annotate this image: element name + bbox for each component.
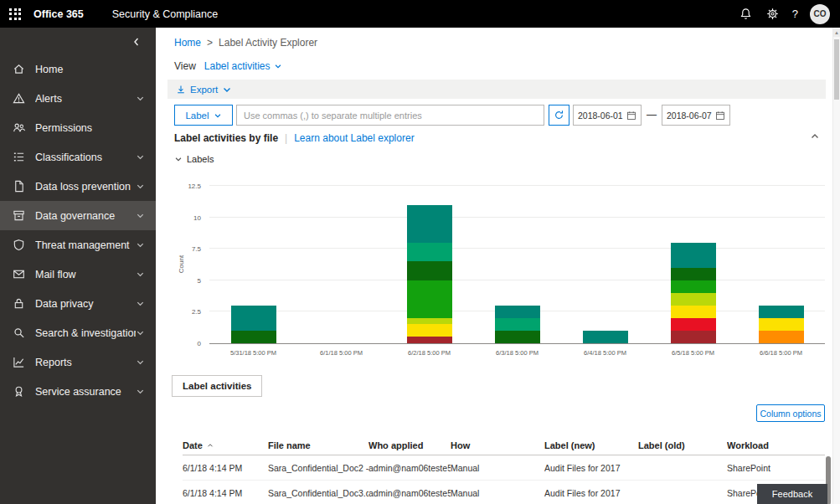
chevron-down-icon [136,328,146,338]
column-header-label: Label (old) [638,440,685,450]
bar-slot [209,187,297,343]
view-dropdown[interactable]: Label activities [204,60,282,72]
bar-segment-teal[interactable] [407,205,452,243]
end-date-field[interactable]: 2018-06-07 [662,105,730,126]
sidebar-item-home[interactable]: Home [0,54,156,84]
chevron-down-icon [136,240,146,250]
stacked-bar[interactable] [583,331,628,343]
view-selector-row: View Label activities [174,60,282,72]
start-date-field[interactable]: 2018-06-01 [573,105,642,126]
column-header-workload[interactable]: Workload [727,440,825,450]
bar-segment-red[interactable] [671,318,716,331]
export-icon [176,85,186,95]
scroll-up-arrow-icon[interactable]: ▲ [833,28,840,37]
table-cell: admin@nam06teste504.o... [368,463,451,473]
column-header-date[interactable]: Date [183,440,268,450]
bar-segment-yellow[interactable] [759,318,804,331]
export-button[interactable]: Export [176,85,232,95]
bar-segment-teal[interactable] [671,243,716,268]
column-header-file-name[interactable]: File name [268,440,368,450]
column-header-label-old[interactable]: Label (old) [638,440,727,450]
sidebar: HomeAlertsPermissionsClassificationsData… [0,28,156,504]
app-launcher-button[interactable] [0,0,30,28]
bar-slot [297,187,385,343]
office-365-brand[interactable]: Office 365 [33,8,84,20]
bar-segment-darkred[interactable] [407,337,452,343]
bar-segment-teal[interactable] [583,331,628,343]
column-options-button[interactable]: Column options [756,404,825,422]
sidebar-item-mail-flow[interactable]: Mail flow [0,260,156,289]
sidebar-item-search-investigation[interactable]: Search & investigation [0,318,156,347]
sidebar-collapse-button[interactable] [129,36,144,49]
alerts-icon [13,92,26,105]
sidebar-item-service-assurance[interactable]: Service assurance [0,377,156,406]
page-scrollbar[interactable]: ▲ [832,28,840,504]
section-collapse-button[interactable] [808,131,822,144]
stacked-bar[interactable] [407,205,452,343]
feedback-button[interactable]: Feedback [757,484,827,504]
sidebar-item-label: Threat management [35,239,136,251]
search-investigation-icon [13,327,26,340]
chevron-down-icon [274,62,282,70]
chevron-down-icon [136,152,146,162]
stacked-bar[interactable] [671,243,716,343]
labels-section-toggle[interactable]: Labels [174,154,214,164]
stacked-bar[interactable] [759,306,804,343]
bar-segment-yellowgreen[interactable] [407,318,452,325]
bar-segment-darkgreen[interactable] [407,261,452,280]
bar-segment-darkgreen[interactable] [495,331,540,343]
column-header-label: Date [183,440,203,450]
bar-segment-yellow[interactable] [671,306,716,318]
sidebar-item-reports[interactable]: Reports [0,347,156,377]
sidebar-item-classifications[interactable]: Classifications [0,142,156,172]
bar-segment-darkgreen[interactable] [671,268,716,280]
bar-slot [737,187,825,343]
column-header-who-applied[interactable]: Who applied [368,440,451,450]
breadcrumb-home-link[interactable]: Home [174,37,201,49]
command-bar: Export [167,80,826,99]
stacked-bar[interactable] [231,306,276,343]
table-cell: 6/1/18 4:14 PM [183,488,268,498]
sidebar-item-data-governance[interactable]: Data governance [0,201,156,230]
bar-segment-green[interactable] [407,280,452,318]
refresh-button[interactable] [549,105,569,126]
avatar[interactable]: CO [810,4,830,24]
column-header-how[interactable]: How [451,440,544,450]
bar-segment-yellowgreen[interactable] [671,293,716,306]
filter-entries-input[interactable] [236,105,544,126]
learn-about-link[interactable]: Learn about Label explorer [294,132,414,144]
bar-segment-seagreen[interactable] [407,243,452,262]
bar-segment-teal[interactable] [495,306,540,318]
page-scrollbar-thumb[interactable] [834,39,839,100]
bar-segment-orange[interactable] [759,331,804,343]
sidebar-item-data-loss-prevention[interactable]: Data loss prevention [0,172,156,201]
column-header-label-new[interactable]: Label (new) [544,440,638,450]
top-bar-actions: ? CO [739,4,840,24]
sidebar-item-threat-management[interactable]: Threat management [0,230,156,260]
sidebar-item-data-privacy[interactable]: Data privacy [0,289,156,318]
bar-segment-teal[interactable] [231,306,276,331]
table-row[interactable]: 6/1/18 4:14 PMSara_Confidential_Doc2 - .… [183,455,825,481]
bar-segment-teal[interactable] [759,306,804,318]
bar-segment-darkred[interactable] [671,331,716,343]
bar-segment-seagreen[interactable] [495,318,540,331]
help-button[interactable]: ? [792,8,798,20]
stacked-bar[interactable] [495,306,540,343]
settings-button[interactable] [765,7,781,22]
data-privacy-icon [13,297,26,311]
bar-segment-yellow[interactable] [407,324,452,337]
table-cell: 6/1/18 4:14 PM [183,463,268,473]
sidebar-item-permissions[interactable]: Permissions [0,113,156,142]
sidebar-item-alerts[interactable]: Alerts [0,84,156,113]
notifications-button[interactable] [739,7,754,22]
tab-label-activities[interactable]: Label activities [172,375,262,397]
bar-segment-green[interactable] [671,280,716,293]
table-cell: Audit Files for 2017 [544,463,638,473]
calendar-icon [626,111,636,121]
table-cell: Sara_Confidential_Doc2 - ... [268,463,368,473]
bar-segment-darkgreen[interactable] [231,331,276,343]
label-filter-dropdown[interactable]: Label [174,105,233,126]
bar-slot [649,187,737,343]
table-row[interactable]: 6/1/18 4:14 PMSara_Confidential_Doc3.d..… [183,481,825,504]
gridline [209,185,825,186]
